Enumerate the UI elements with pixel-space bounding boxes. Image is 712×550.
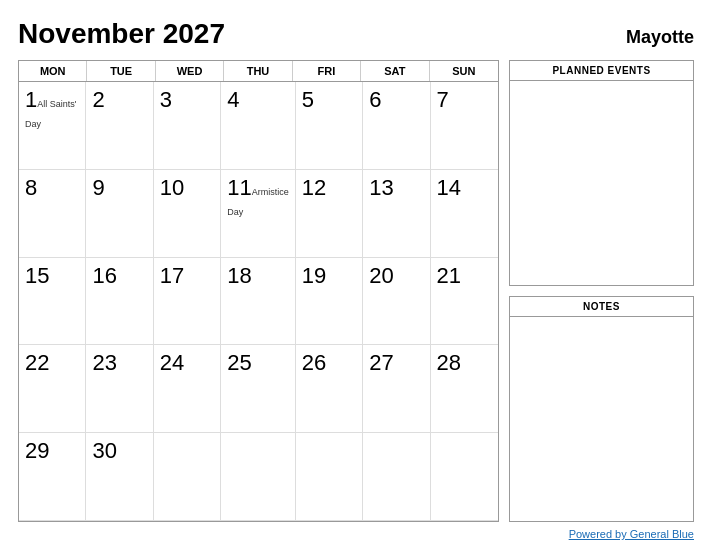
notes-content [510, 317, 693, 521]
calendar-cell-26: 26 [296, 345, 363, 433]
planned-events-box: PLANNED EVENTS [509, 60, 694, 286]
footer: Powered by General Blue [18, 528, 694, 540]
cell-day-number: 25 [227, 350, 251, 375]
region-label: Mayotte [626, 27, 694, 48]
calendar-cell-19: 19 [296, 258, 363, 346]
calendar-cell-21: 21 [431, 258, 498, 346]
cell-day-number: 21 [437, 263, 461, 288]
footer-link[interactable]: Powered by General Blue [569, 528, 694, 540]
calendar-cell-7: 7 [431, 82, 498, 170]
cell-day-number: 1 [25, 87, 37, 112]
cell-day-number: 29 [25, 438, 49, 463]
cell-day-number: 13 [369, 175, 393, 200]
calendar-cell-29: 29 [19, 433, 86, 521]
cell-day-number: 12 [302, 175, 326, 200]
cell-day-number: 2 [92, 87, 104, 112]
calendar-cell-30: 30 [86, 433, 153, 521]
cell-day-number: 10 [160, 175, 184, 200]
cell-day-number: 26 [302, 350, 326, 375]
calendar-cell-empty [431, 433, 498, 521]
calendar-cell-25: 25 [221, 345, 296, 433]
cell-day-number: 15 [25, 263, 49, 288]
side-section: PLANNED EVENTS NOTES [509, 60, 694, 522]
calendar-cell-5: 5 [296, 82, 363, 170]
planned-events-header: PLANNED EVENTS [510, 61, 693, 81]
cell-day-number: 14 [437, 175, 461, 200]
calendar-cell-17: 17 [154, 258, 221, 346]
cell-day-number: 6 [369, 87, 381, 112]
cell-day-number: 30 [92, 438, 116, 463]
calendar-cell-22: 22 [19, 345, 86, 433]
calendar-cell-8: 8 [19, 170, 86, 258]
day-header-wed: WED [156, 61, 224, 81]
calendar-grid: 1All Saints' Day234567891011Armistice Da… [19, 82, 498, 521]
cell-day-number: 3 [160, 87, 172, 112]
cell-day-number: 8 [25, 175, 37, 200]
day-header-sat: SAT [361, 61, 429, 81]
cell-day-number: 5 [302, 87, 314, 112]
calendar-cell-6: 6 [363, 82, 430, 170]
calendar-cell-empty [296, 433, 363, 521]
cell-day-number: 9 [92, 175, 104, 200]
calendar-cell-4: 4 [221, 82, 296, 170]
cell-day-number: 22 [25, 350, 49, 375]
calendar-cell-3: 3 [154, 82, 221, 170]
calendar-cell-28: 28 [431, 345, 498, 433]
day-headers-row: MONTUEWEDTHUFRISATSUN [19, 61, 498, 82]
calendar-cell-empty [154, 433, 221, 521]
calendar-cell-20: 20 [363, 258, 430, 346]
cell-day-number: 16 [92, 263, 116, 288]
cell-day-number: 23 [92, 350, 116, 375]
calendar-cell-18: 18 [221, 258, 296, 346]
calendar-cell-16: 16 [86, 258, 153, 346]
calendar-cell-10: 10 [154, 170, 221, 258]
day-header-thu: THU [224, 61, 292, 81]
cell-day-number: 28 [437, 350, 461, 375]
cell-day-number: 7 [437, 87, 449, 112]
main-content: MONTUEWEDTHUFRISATSUN 1All Saints' Day23… [18, 60, 694, 522]
calendar-cell-15: 15 [19, 258, 86, 346]
calendar-cell-24: 24 [154, 345, 221, 433]
calendar-cell-14: 14 [431, 170, 498, 258]
calendar-cell-12: 12 [296, 170, 363, 258]
cell-day-number: 4 [227, 87, 239, 112]
calendar-cell-2: 2 [86, 82, 153, 170]
cell-day-number: 11 [227, 175, 251, 200]
cell-day-number: 24 [160, 350, 184, 375]
notes-header: NOTES [510, 297, 693, 317]
cell-day-number: 18 [227, 263, 251, 288]
calendar-cell-11: 11Armistice Day [221, 170, 296, 258]
day-header-fri: FRI [293, 61, 361, 81]
day-header-sun: SUN [430, 61, 498, 81]
notes-box: NOTES [509, 296, 694, 522]
planned-events-content [510, 81, 693, 285]
day-header-tue: TUE [87, 61, 155, 81]
calendar-cell-empty [221, 433, 296, 521]
calendar-section: MONTUEWEDTHUFRISATSUN 1All Saints' Day23… [18, 60, 499, 522]
calendar-cell-1: 1All Saints' Day [19, 82, 86, 170]
page-title: November 2027 [18, 18, 225, 50]
cell-day-number: 27 [369, 350, 393, 375]
calendar-cell-empty [363, 433, 430, 521]
calendar-cell-23: 23 [86, 345, 153, 433]
cell-day-number: 19 [302, 263, 326, 288]
cell-day-number: 17 [160, 263, 184, 288]
calendar-cell-27: 27 [363, 345, 430, 433]
cell-day-number: 20 [369, 263, 393, 288]
day-header-mon: MON [19, 61, 87, 81]
calendar-cell-13: 13 [363, 170, 430, 258]
calendar-cell-9: 9 [86, 170, 153, 258]
